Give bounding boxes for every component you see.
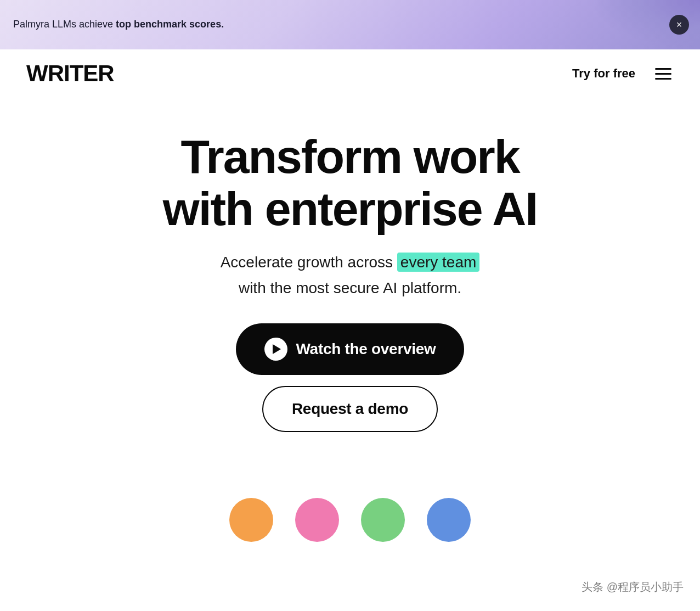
nav-right: Try for free: [572, 66, 674, 82]
hero-title-line1: Transform work: [180, 130, 519, 183]
request-demo-button[interactable]: Request a demo: [262, 386, 438, 432]
hero-title-line2: with enterprise AI: [163, 182, 537, 235]
icon-blue: [427, 498, 471, 542]
watermark: 头条 @程序员小助手: [582, 580, 684, 595]
play-icon: [264, 338, 287, 361]
try-free-link[interactable]: Try for free: [572, 66, 635, 81]
hero-subtitle-line2: with the most secure AI platform.: [239, 279, 461, 297]
icon-orange: [229, 498, 273, 542]
cta-group: Watch the overview Request a demo: [236, 323, 465, 432]
banner-text-normal: Palmyra LLMs achieve: [13, 19, 116, 30]
banner-text-bold: top benchmark scores.: [116, 19, 224, 30]
hero-subtitle-highlight: every team: [397, 253, 480, 272]
hamburger-line-3: [655, 78, 671, 80]
announcement-banner: Palmyra LLMs achieve top benchmark score…: [0, 0, 700, 49]
icon-pink: [295, 498, 339, 542]
hero-section: Transform work with enterprise AI Accele…: [0, 98, 700, 487]
hamburger-menu-button[interactable]: [653, 66, 674, 82]
hero-subtitle-part1: Accelerate growth across: [221, 254, 397, 271]
banner-text: Palmyra LLMs achieve top benchmark score…: [13, 18, 224, 31]
hamburger-line-2: [655, 73, 671, 75]
watch-overview-label: Watch the overview: [296, 340, 436, 358]
icon-green: [361, 498, 405, 542]
navbar: WRITER Try for free: [0, 49, 700, 98]
hero-title: Transform work with enterprise AI: [163, 131, 537, 234]
icons-row: [0, 487, 700, 553]
play-triangle: [273, 344, 281, 354]
hero-subtitle: Accelerate growth across every team: [221, 251, 480, 274]
logo[interactable]: WRITER: [26, 60, 114, 87]
banner-close-button[interactable]: ×: [669, 15, 689, 35]
hamburger-line-1: [655, 68, 671, 70]
watch-overview-button[interactable]: Watch the overview: [236, 323, 465, 375]
